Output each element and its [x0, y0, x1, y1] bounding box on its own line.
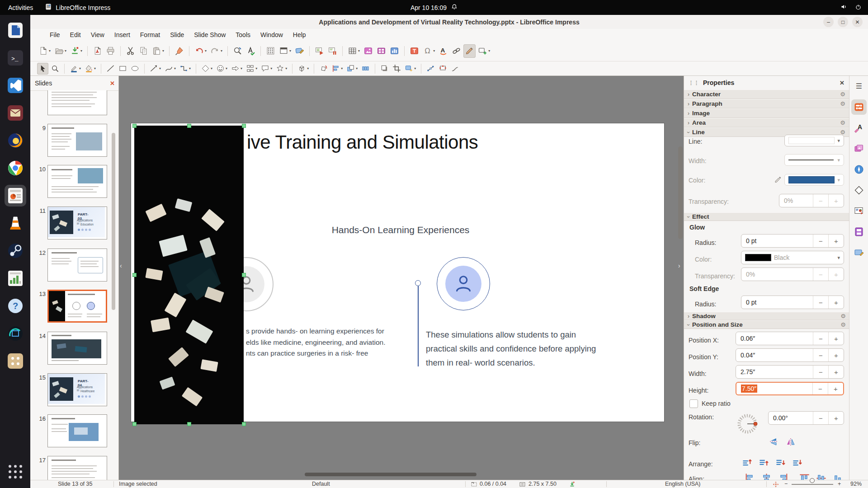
crop-image-button[interactable] [391, 63, 402, 75]
vertical-scrollbar[interactable] [678, 146, 683, 239]
gear-icon[interactable]: ⚙ [840, 100, 845, 107]
align-right-button[interactable] [777, 472, 789, 480]
clone-formatting-button[interactable] [173, 44, 185, 58]
dock-item-terminal[interactable]: >_ [5, 47, 26, 69]
master-slide-button[interactable]: ▾ [278, 44, 292, 58]
new-button[interactable]: ▾ [37, 44, 52, 58]
hyperlink-button[interactable] [450, 44, 462, 58]
dock-item-mail[interactable] [5, 102, 26, 124]
decrement-button[interactable]: − [813, 349, 828, 361]
window-titlebar[interactable]: Applications and Development of Virtual … [30, 15, 868, 29]
sidebar-tab-sidebar-menu[interactable]: ☰ [851, 79, 867, 94]
menu-help[interactable]: Help [288, 30, 311, 40]
flowchart-button[interactable]: ▾ [245, 63, 259, 75]
image-filter-button[interactable]: ▾ [403, 63, 417, 75]
align-top-button[interactable] [798, 472, 811, 480]
zoom-pan-button[interactable] [49, 63, 61, 75]
spelling-button[interactable] [245, 44, 257, 58]
slide-heading[interactable]: Hands-On Learning Experiences [328, 225, 473, 235]
height-field[interactable]: 7.50″ − + [736, 382, 844, 395]
undo-button[interactable]: ▾ [193, 44, 208, 58]
menu-slide[interactable]: Slide [165, 30, 189, 40]
symbol-shapes-button[interactable]: ▾ [215, 63, 229, 75]
close-icon[interactable]: ✕ [840, 80, 844, 86]
zoom-slider-thumb[interactable] [810, 478, 815, 483]
gluepoints-button[interactable] [437, 63, 448, 75]
dock-item-vlc[interactable] [5, 212, 26, 234]
align-bottom-button[interactable] [832, 472, 844, 480]
cut-button[interactable] [124, 44, 137, 58]
menu-slide-show[interactable]: Slide Show [189, 30, 230, 40]
master-slide-status[interactable]: Default [312, 481, 330, 487]
edit-points-button[interactable] [425, 63, 436, 75]
slide-thumbnail-14[interactable]: 14 [30, 332, 119, 365]
lines-arrows-button[interactable]: ▾ [148, 63, 162, 75]
start-first-button[interactable] [313, 44, 326, 58]
increment-button[interactable]: + [828, 366, 844, 378]
increment-button[interactable]: + [828, 194, 844, 207]
callout-shapes-button[interactable]: ▾ [259, 63, 274, 75]
decrement-button[interactable]: − [813, 235, 828, 247]
send-backward-button[interactable] [774, 457, 787, 471]
dock-item-ide[interactable] [5, 323, 26, 344]
zoom-percent[interactable]: 92% [850, 481, 862, 487]
dock-item-chrome[interactable] [5, 157, 26, 179]
display-grid-button[interactable] [264, 44, 277, 58]
export-pdf-button[interactable] [91, 44, 104, 58]
increment-button[interactable]: + [828, 268, 844, 281]
flip-horizontally-button[interactable] [785, 436, 796, 449]
save-button[interactable]: ▾ [69, 44, 84, 58]
rotation-field[interactable]: 0.00° − + [768, 411, 844, 425]
rotate-button[interactable] [318, 63, 329, 75]
slide-thumbnail-11[interactable]: 11PART- 03Applications inEducation [30, 206, 119, 239]
align-center-button[interactable] [760, 472, 773, 480]
sidebar-tab-styles[interactable]: A [851, 120, 867, 136]
feature-circle-right[interactable] [437, 257, 490, 310]
glow-color-dropdown[interactable]: Black ▾ [741, 251, 844, 264]
decrement-button[interactable]: − [813, 296, 828, 309]
selection-handle[interactable] [187, 124, 191, 128]
slide-thumbnail-9[interactable]: 9 [30, 124, 119, 157]
sidebar-tab-animation[interactable] [851, 224, 867, 239]
sidebar-tab-master-slides[interactable] [851, 245, 867, 260]
stars-banners-button[interactable]: ▾ [274, 63, 288, 75]
section-effect[interactable]: ›Effect [684, 212, 849, 221]
gear-icon[interactable]: ⚙ [840, 313, 846, 319]
align-objects-button[interactable]: ▾ [330, 63, 344, 75]
selected-image[interactable] [134, 126, 244, 424]
cursor-position[interactable]: 0.06 / 0.04 [480, 481, 506, 487]
increment-button[interactable]: + [828, 383, 843, 394]
basic-shapes-button[interactable]: ▾ [200, 63, 214, 75]
sidebar-tab-navigator[interactable] [851, 162, 867, 177]
menu-insert[interactable]: Insert [110, 30, 135, 40]
close-button[interactable]: ✕ [852, 17, 863, 27]
section-paragraph[interactable]: ›Paragraph⚙ [684, 99, 849, 108]
ellipse-button[interactable] [129, 63, 141, 75]
increment-button[interactable]: + [828, 296, 844, 309]
decrement-button[interactable]: − [813, 194, 828, 207]
show-applications-button[interactable] [5, 461, 26, 483]
decrement-button[interactable]: − [812, 383, 828, 394]
fit-slide-icon[interactable] [773, 481, 779, 488]
dock-item-libreoffice[interactable] [5, 19, 26, 41]
object-size[interactable]: 2.75 x 7.50 [528, 481, 557, 487]
dock-item-software[interactable] [5, 350, 26, 372]
decrement-button[interactable]: − [813, 268, 828, 281]
align-middle-button[interactable] [815, 472, 827, 480]
shadow-button[interactable] [379, 63, 390, 75]
dock-item-firefox[interactable] [5, 130, 26, 151]
connectors-button[interactable]: ▾ [178, 63, 192, 75]
keep-ratio-checkbox[interactable] [689, 399, 698, 408]
dock-item-vscode[interactable] [5, 75, 26, 96]
open-button[interactable]: ▾ [53, 44, 68, 58]
fontwork-button[interactable]: A [437, 44, 449, 58]
insert-table-button[interactable]: ▾ [346, 44, 361, 58]
menu-view[interactable]: View [86, 30, 109, 40]
menu-edit[interactable]: Edit [66, 30, 85, 40]
section-character[interactable]: ›Character⚙ [684, 89, 849, 99]
sidebar-tab-gallery[interactable] [851, 141, 867, 156]
slide-thumbnail-16[interactable]: 16 [30, 414, 119, 447]
minimize-button[interactable]: – [823, 17, 834, 27]
bring-forward-button[interactable] [758, 457, 770, 471]
slide-thumbnail-15[interactable]: 15PART- 04Applications inHealthcare [30, 373, 119, 406]
